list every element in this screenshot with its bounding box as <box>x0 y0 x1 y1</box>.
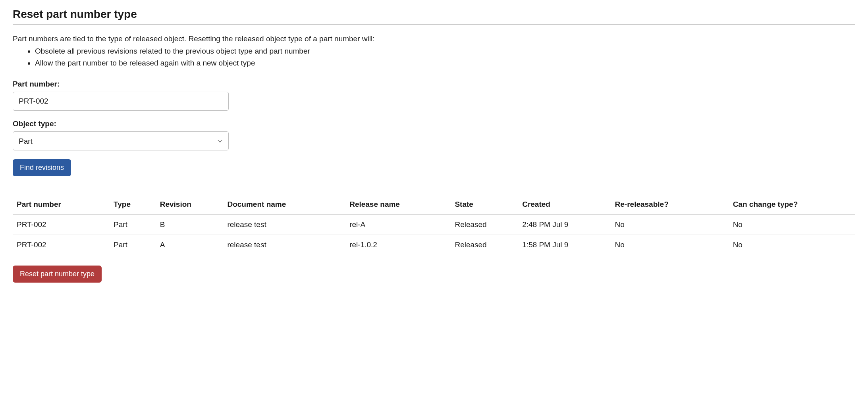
reset-part-number-type-button[interactable]: Reset part number type <box>13 266 102 283</box>
find-revisions-button[interactable]: Find revisions <box>13 159 71 176</box>
col-created: Created <box>518 196 611 215</box>
cell-revision: A <box>156 235 224 255</box>
col-revision: Revision <box>156 196 224 215</box>
col-release-name: Release name <box>345 196 451 215</box>
cell-document-name: release test <box>223 215 345 235</box>
cell-release-name: rel-A <box>345 215 451 235</box>
table-row: PRT-002 Part B release test rel-A Releas… <box>13 215 855 235</box>
object-type-select[interactable]: Part <box>13 131 229 150</box>
page-title: Reset part number type <box>13 8 855 25</box>
table-row: PRT-002 Part A release test rel-1.0.2 Re… <box>13 235 855 255</box>
revisions-table: Part number Type Revision Document name … <box>13 196 855 255</box>
object-type-label: Object type: <box>13 119 855 128</box>
cell-revision: B <box>156 215 224 235</box>
cell-created: 2:48 PM Jul 9 <box>518 215 611 235</box>
cell-can-change-type: No <box>729 235 855 255</box>
col-state: State <box>451 196 518 215</box>
cell-can-change-type: No <box>729 215 855 235</box>
description-bullet: Allow the part number to be released aga… <box>35 57 855 69</box>
col-re-releasable: Re-releasable? <box>611 196 729 215</box>
cell-part-number: PRT-002 <box>13 215 110 235</box>
col-part-number: Part number <box>13 196 110 215</box>
table-header-row: Part number Type Revision Document name … <box>13 196 855 215</box>
description-block: Part numbers are tied to the type of rel… <box>13 33 855 69</box>
cell-created: 1:58 PM Jul 9 <box>518 235 611 255</box>
description-intro: Part numbers are tied to the type of rel… <box>13 35 374 43</box>
col-type: Type <box>110 196 156 215</box>
cell-part-number: PRT-002 <box>13 235 110 255</box>
cell-type: Part <box>110 215 156 235</box>
cell-re-releasable: No <box>611 235 729 255</box>
cell-state: Released <box>451 215 518 235</box>
cell-type: Part <box>110 235 156 255</box>
cell-state: Released <box>451 235 518 255</box>
col-document-name: Document name <box>223 196 345 215</box>
cell-release-name: rel-1.0.2 <box>345 235 451 255</box>
cell-document-name: release test <box>223 235 345 255</box>
col-can-change-type: Can change type? <box>729 196 855 215</box>
description-bullet: Obsolete all previous revisions related … <box>35 45 855 57</box>
cell-re-releasable: No <box>611 215 729 235</box>
part-number-input[interactable] <box>13 92 229 111</box>
part-number-label: Part number: <box>13 80 855 89</box>
